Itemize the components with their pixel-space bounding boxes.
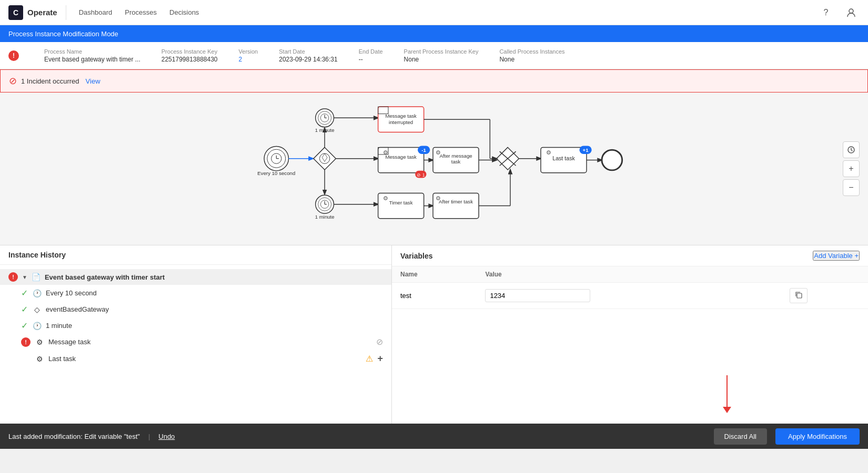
process-name-info: Process Name Event based gateway with ti… (44, 48, 140, 63)
canvas-reset-button[interactable] (843, 141, 860, 158)
col-action-header (781, 266, 868, 283)
svg-text:interrupted: interrupted (389, 119, 413, 125)
nav-right: ? (817, 4, 860, 21)
canvas-controls: + − (843, 141, 860, 196)
var-value-input-0[interactable] (485, 289, 590, 302)
item-4-actions: ⚠ + (366, 353, 383, 364)
apply-modifications-button[interactable]: Apply Modifications (775, 428, 860, 445)
svg-text:⊘ 1: ⊘ 1 (417, 172, 425, 178)
app-name: Operate (27, 8, 57, 17)
item-4-gear-icon: ⚙ (35, 354, 44, 364)
var-name-0: test (392, 283, 477, 309)
svg-text:After timer task: After timer task (439, 199, 473, 204)
svg-text:⚙: ⚙ (546, 149, 551, 156)
svg-point-1 (264, 146, 288, 170)
col-value-header: Value (477, 266, 781, 283)
canvas-zoom-out-button[interactable]: − (843, 179, 860, 196)
top-navigation: C Operate Dashboard Processes Decisions … (0, 0, 868, 25)
red-arrow-shaft (726, 375, 728, 407)
incident-error-icon: ⊘ (9, 75, 17, 87)
instance-key-info: Process Instance Key 2251799813888430 (162, 48, 218, 63)
add-variable-button[interactable]: Add Variable + (813, 251, 860, 261)
item-3-cancel-btn[interactable]: ⊘ (376, 337, 383, 347)
item-4-add-btn[interactable]: + (377, 353, 383, 364)
svg-text:Timer task: Timer task (389, 200, 413, 205)
item-3-label: Message task (48, 338, 90, 346)
history-item-2[interactable]: ✓ 🕐 1 minute (0, 317, 391, 334)
red-arrow-area (392, 345, 868, 424)
history-item-3[interactable]: ! ⚙ Message task ⊘ (0, 334, 391, 350)
nav-processes[interactable]: Processes (125, 8, 157, 16)
svg-text:⚙: ⚙ (436, 149, 441, 156)
svg-text:1 minute: 1 minute (315, 214, 335, 220)
item-1-check-icon: ✓ (21, 304, 28, 314)
item-1-diamond-icon: ◇ (32, 305, 42, 314)
instance-history-header: Instance History (0, 245, 391, 265)
item-0-check-icon: ✓ (21, 288, 28, 298)
discard-all-button[interactable]: Discard All (714, 428, 767, 445)
nav-decisions[interactable]: Decisions (169, 8, 199, 16)
undo-button[interactable]: Undo (158, 433, 175, 440)
svg-text:Message task: Message task (385, 154, 417, 160)
svg-text:1 minute: 1 minute (315, 127, 335, 133)
mode-banner: Process Instance Modification Mode (0, 25, 868, 42)
svg-text:Last task: Last task (552, 155, 575, 161)
red-arrow-head (723, 407, 731, 413)
status-bar: Last added modification: Edit variable "… (0, 424, 868, 449)
incident-text: 1 Incident occurred (21, 77, 79, 85)
svg-rect-70 (797, 293, 802, 298)
variables-panel: Variables Add Variable + Name Value test (392, 245, 868, 424)
history-root-item[interactable]: ! ▼ 📄 Event based gateway with timer sta… (0, 269, 391, 285)
help-button[interactable]: ? (817, 4, 834, 21)
item-2-label: 1 minute (46, 322, 72, 330)
bpmn-diagram: Every 10 second 1 minute Message task in… (0, 92, 868, 245)
nav-dashboard[interactable]: Dashboard (79, 8, 113, 16)
end-date-info: End Date -- (359, 48, 383, 63)
variables-header: Variables Add Variable + (392, 245, 868, 266)
status-separator: | (148, 433, 150, 440)
app-logo: C (8, 5, 23, 20)
history-item-4[interactable]: ⚙ Last task ⚠ + (0, 350, 391, 367)
item-3-error-icon: ! (21, 337, 31, 347)
root-error-icon: ! (8, 272, 18, 282)
svg-text:After message: After message (439, 153, 472, 159)
parent-key-info: Parent Process Instance Key None (404, 48, 479, 63)
svg-text:-1: -1 (421, 147, 426, 153)
item-2-clock-icon: 🕐 (32, 321, 42, 331)
var-data-table: Name Value test (392, 266, 868, 309)
col-name-header: Name (392, 266, 477, 283)
var-copy-button-0[interactable] (790, 288, 808, 303)
svg-text:Every 10 second: Every 10 second (257, 170, 295, 176)
bottom-panel: Instance History ! ▼ 📄 Event based gatew… (0, 245, 868, 424)
instance-history-panel: Instance History ! ▼ 📄 Event based gatew… (0, 245, 392, 424)
bpmn-canvas[interactable]: Every 10 second 1 minute Message task in… (0, 92, 868, 245)
red-arrow (723, 375, 731, 413)
var-row-0: test (392, 283, 868, 309)
history-item-0[interactable]: ✓ 🕐 Every 10 second (0, 285, 391, 301)
variables-table: Name Value test (392, 266, 868, 345)
item-3-actions: ⊘ (376, 337, 383, 347)
called-instances-info: Called Process Instances None (499, 48, 564, 63)
history-list: ! ▼ 📄 Event based gateway with timer sta… (0, 265, 391, 424)
user-button[interactable] (843, 4, 860, 21)
svg-text:⚙: ⚙ (383, 195, 388, 201)
item-4-warning-icon: ⚠ (366, 354, 373, 364)
var-value-cell-0 (477, 283, 781, 309)
history-item-1[interactable]: ✓ ◇ eventBasedGateway (0, 301, 391, 317)
item-0-clock-icon: 🕐 (32, 289, 42, 298)
svg-point-0 (849, 9, 853, 13)
canvas-zoom-in-button[interactable]: + (843, 160, 860, 177)
nav-links: Dashboard Processes Decisions (79, 8, 199, 16)
item-2-check-icon: ✓ (21, 321, 28, 331)
variables-title: Variables (400, 252, 433, 260)
incident-view-link[interactable]: View (86, 77, 100, 85)
svg-text:task: task (451, 159, 461, 164)
svg-text:+1: +1 (583, 147, 589, 153)
version-info: Version 2 (239, 48, 258, 63)
process-info-bar: ! Process Name Event based gateway with … (0, 42, 868, 69)
svg-marker-8 (314, 147, 336, 170)
svg-text:Message task: Message task (385, 113, 417, 119)
item-3-gear-icon: ⚙ (35, 337, 44, 347)
root-item-label: Event based gateway with timer start (45, 273, 165, 281)
item-4-label: Last task (48, 355, 76, 363)
